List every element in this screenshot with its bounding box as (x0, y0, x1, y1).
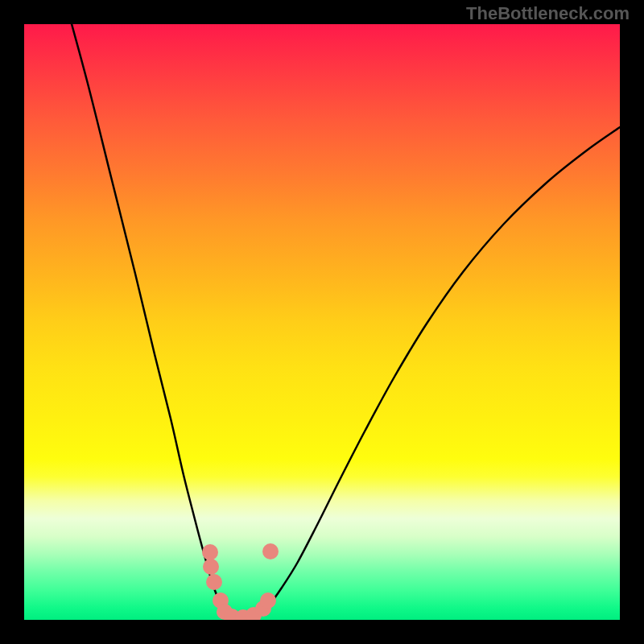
data-marker (260, 592, 276, 609)
bottleneck-curve (63, 24, 620, 620)
chart-svg (24, 24, 620, 620)
data-marker (262, 543, 279, 559)
chart-frame: TheBottleneck.com (0, 0, 644, 644)
marker-group (202, 543, 279, 620)
plot-area (24, 24, 620, 620)
data-marker (206, 574, 222, 590)
data-marker (202, 544, 218, 560)
data-marker (203, 559, 219, 575)
watermark-text: TheBottleneck.com (466, 3, 630, 24)
